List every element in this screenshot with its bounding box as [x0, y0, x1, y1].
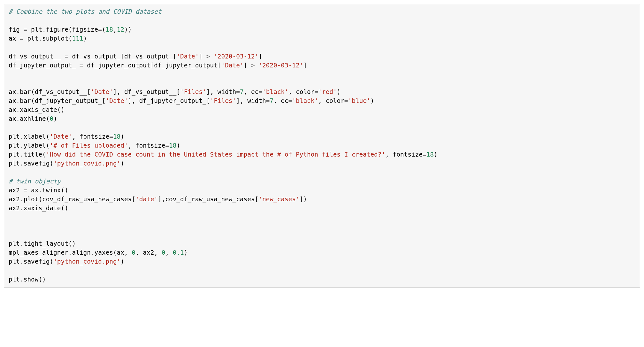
operator: . — [20, 204, 24, 212]
code-comment: # Combine the two plots and COVID datase… — [9, 8, 162, 15]
operator: = — [80, 62, 83, 69]
operator: . — [16, 97, 20, 104]
code-text: align — [72, 249, 90, 256]
operator: = — [266, 97, 270, 104]
code-text: , color — [318, 97, 344, 104]
code-text: ) — [434, 151, 438, 158]
string-literal: 'Date' — [106, 97, 128, 104]
number-literal: 111 — [72, 35, 83, 42]
code-text: ] — [199, 53, 206, 60]
code-text: plt — [9, 240, 20, 247]
operator: = — [20, 35, 24, 42]
code-text: plt — [9, 151, 20, 158]
string-literal: 'Date' — [176, 53, 199, 60]
code-text: , ec — [273, 97, 288, 104]
code-text: plt — [24, 35, 39, 42]
code-text: ax2 — [9, 196, 20, 203]
number-literal: 18 — [426, 151, 434, 158]
code-text: , — [165, 249, 172, 256]
code-text: ax — [9, 97, 16, 104]
string-literal: 'black' — [292, 97, 318, 104]
operator: . — [38, 35, 42, 42]
code-text: show() — [24, 276, 46, 283]
code-text: , color — [288, 88, 315, 96]
code-text: mpl_axes_aligner — [9, 249, 68, 256]
code-text: ) — [120, 160, 124, 167]
operator: = — [288, 97, 292, 104]
operator: . — [20, 276, 24, 283]
operator: > — [251, 62, 255, 69]
code-text: savefig( — [24, 160, 53, 167]
code-text: ax — [9, 88, 16, 96]
code-text: ] — [303, 62, 307, 69]
operator: . — [16, 115, 20, 122]
code-text: ax — [9, 35, 20, 42]
string-literal: 'black' — [262, 88, 288, 96]
code-text: ] — [258, 53, 262, 60]
string-literal: 'python_covid.png' — [53, 258, 120, 265]
string-literal: 'Files' — [180, 88, 206, 96]
string-literal: 'date' — [135, 196, 158, 203]
code-text: xaxis_date() — [24, 204, 68, 212]
code-text: ) — [120, 133, 124, 140]
operator: . — [20, 133, 24, 140]
code-text: savefig( — [24, 258, 53, 265]
code-text: ( — [102, 26, 106, 33]
code-text: ) — [337, 88, 341, 96]
code-text: ], width — [236, 97, 266, 104]
code-text: , ec — [244, 88, 259, 96]
operator: . — [20, 196, 24, 203]
string-literal: '2020-03-12' — [258, 62, 303, 69]
code-text: df_vs_output_[df_vs_output_[ — [68, 53, 177, 60]
code-text: plt — [9, 133, 20, 140]
code-text: ], df_jupyter_output_[ — [128, 97, 210, 104]
code-text: bar(df_jupyter_output_[ — [20, 97, 106, 104]
code-text: ) — [184, 249, 188, 256]
code-text: plt — [9, 142, 20, 149]
code-text: df_jupyter_output[df_jupyter_output[ — [83, 62, 221, 69]
code-text: ) — [120, 258, 124, 265]
string-literal: 'red' — [318, 88, 337, 96]
operator: . — [20, 258, 24, 265]
code-cell[interactable]: # Combine the two plots and COVID datase… — [4, 4, 640, 288]
code-comment: # twin objecty — [9, 178, 61, 185]
code-text: ax — [9, 106, 16, 113]
code-text: subplot( — [42, 35, 72, 42]
code-text: df_vs_output__ — [9, 53, 65, 60]
code-text: ylabel( — [24, 142, 50, 149]
operator: . — [20, 160, 24, 167]
string-literal: 'Files' — [210, 97, 236, 104]
operator: = — [24, 26, 27, 33]
operator: = — [314, 88, 318, 96]
code-text: df_jupyter_output_ — [9, 62, 80, 69]
number-literal: 18 — [106, 26, 113, 33]
code-text: )) — [124, 26, 132, 33]
code-text: fig — [9, 26, 24, 33]
operator: = — [236, 88, 240, 96]
operator: . — [16, 106, 20, 113]
operator: > — [206, 53, 210, 60]
code-text: title( — [24, 151, 46, 158]
code-text — [210, 53, 214, 60]
code-text: ax — [27, 187, 38, 194]
code-text: ] — [244, 62, 251, 69]
string-literal: 'Date' — [50, 133, 72, 140]
code-text: , fontsize — [72, 133, 110, 140]
code-text: plt — [9, 276, 20, 283]
operator: = — [24, 187, 27, 194]
string-literal: 'new_cases' — [258, 196, 299, 203]
code-text: , fontsize — [385, 151, 423, 158]
operator: . — [68, 249, 72, 256]
number-literal: 0.1 — [173, 249, 184, 256]
code-text: , — [113, 26, 117, 33]
code-text: twinx() — [42, 187, 68, 194]
operator: = — [65, 53, 68, 60]
number-literal: 0 — [162, 249, 165, 256]
code-text: ax — [9, 115, 16, 122]
string-literal: 'Date' — [221, 62, 243, 69]
code-text: ) — [83, 35, 87, 42]
code-text: axhline( — [20, 115, 50, 122]
number-literal: 7 — [270, 97, 273, 104]
code-text: , fontsize — [128, 142, 165, 149]
string-literal: 'blue' — [348, 97, 371, 104]
